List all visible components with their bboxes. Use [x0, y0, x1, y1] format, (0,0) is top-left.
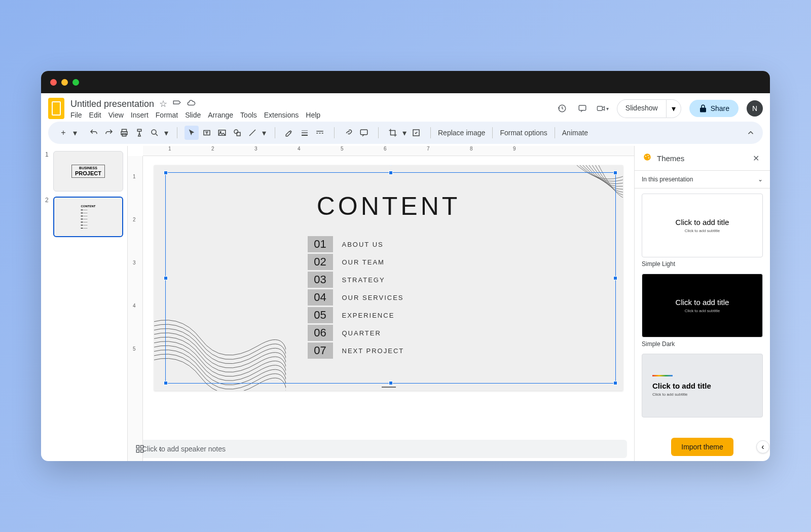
menu-arrange[interactable]: Arrange — [208, 111, 233, 119]
format-options-button[interactable]: Format options — [497, 129, 550, 137]
redo-button[interactable] — [102, 126, 116, 140]
zoom-button[interactable] — [148, 126, 162, 140]
svg-rect-20 — [136, 445, 139, 448]
undo-button[interactable] — [87, 126, 101, 140]
speaker-notes-input[interactable]: Click to add speaker notes — [135, 440, 627, 458]
resize-handle[interactable] — [164, 171, 168, 175]
themes-section-header[interactable]: In this presentation ⌄ — [635, 171, 770, 188]
canvas-area: 123456789 12345 CONTENT 01ABOUT US02OUR … — [127, 146, 634, 461]
border-color-button[interactable] — [282, 126, 297, 140]
collapse-toolbar-button[interactable] — [744, 126, 758, 140]
paint-format-button[interactable] — [132, 126, 146, 140]
textbox-tool[interactable] — [200, 126, 214, 140]
macos-titlebar — [41, 71, 770, 93]
menu-insert[interactable]: Insert — [131, 111, 149, 119]
mask-dropdown[interactable]: ▾ — [401, 126, 408, 140]
slides-logo-icon — [48, 98, 64, 119]
filmstrip-slide[interactable]: 1 BUSINESSPROJECT — [45, 151, 123, 192]
ruler-horizontal: 123456789 — [143, 146, 634, 156]
minimize-window-button[interactable] — [61, 79, 68, 86]
animate-button[interactable]: Animate — [559, 129, 591, 137]
theme-card[interactable]: Click to add titleClick to add subtitleS… — [642, 194, 763, 268]
zoom-dropdown[interactable]: ▾ — [163, 126, 170, 140]
resize-handle[interactable] — [613, 381, 617, 385]
theme-card[interactable]: Click to add titleClick to add subtitle — [642, 354, 763, 417]
selection-box[interactable] — [165, 172, 616, 384]
close-window-button[interactable] — [50, 79, 57, 86]
slide-thumbnail[interactable]: BUSINESSPROJECT — [53, 151, 123, 192]
resize-handle[interactable] — [613, 276, 617, 280]
import-theme-button[interactable]: Import theme — [671, 438, 733, 456]
menu-view[interactable]: View — [108, 111, 124, 119]
explore-button[interactable]: ‹ — [154, 443, 166, 455]
theme-card[interactable]: Click to add titleClick to add subtitleS… — [642, 274, 763, 348]
history-icon[interactable] — [556, 102, 568, 115]
svg-point-9 — [234, 130, 238, 134]
filmstrip: 1 BUSINESSPROJECT 2 CONTENT▬ ——▬ ——▬ ——▬… — [41, 146, 127, 461]
svg-point-26 — [647, 155, 648, 156]
border-weight-button[interactable] — [298, 126, 312, 140]
svg-rect-17 — [322, 133, 323, 134]
menu-slide[interactable]: Slide — [185, 111, 201, 119]
menu-file[interactable]: File — [70, 111, 82, 119]
chevron-down-icon: ⌄ — [758, 176, 763, 183]
filmstrip-slide[interactable]: 2 CONTENT▬ ——▬ ——▬ ——▬ ——▬ ——▬ ——▬ —— — [45, 197, 123, 237]
select-tool[interactable] — [185, 126, 199, 140]
share-button[interactable]: Share — [689, 100, 739, 117]
svg-point-27 — [648, 157, 649, 158]
slideshow-dropdown[interactable]: ▾ — [666, 99, 681, 118]
svg-rect-18 — [360, 130, 367, 135]
resize-handle[interactable] — [164, 276, 168, 280]
image-tool[interactable] — [215, 126, 229, 140]
themes-title: Themes — [657, 154, 745, 163]
line-tool[interactable] — [245, 126, 260, 140]
move-icon[interactable] — [172, 98, 181, 110]
new-slide-dropdown[interactable]: ▾ — [71, 126, 79, 140]
print-button[interactable] — [117, 126, 131, 140]
resize-handle[interactable] — [613, 171, 617, 175]
menubar: File Edit View Insert Format Slide Arran… — [70, 111, 556, 119]
svg-rect-14 — [316, 131, 323, 132]
line-dropdown[interactable]: ▾ — [261, 126, 268, 140]
svg-rect-21 — [141, 445, 143, 448]
resize-handle[interactable] — [164, 381, 168, 385]
slide-number: 2 — [45, 197, 50, 237]
app-header: Untitled presentation ☆ File Edit View I… — [41, 93, 770, 120]
border-dash-button[interactable] — [313, 126, 327, 140]
grid-view-button[interactable] — [134, 443, 146, 455]
themes-palette-icon — [643, 153, 652, 164]
star-icon[interactable]: ☆ — [159, 98, 167, 110]
cloud-status-icon[interactable] — [187, 98, 196, 110]
menu-extensions[interactable]: Extensions — [264, 111, 299, 119]
meet-icon[interactable]: ▾ — [597, 102, 609, 115]
replace-image-button[interactable]: Replace image — [435, 129, 488, 137]
theme-name: Simple Light — [642, 260, 763, 268]
maximize-window-button[interactable] — [72, 79, 79, 86]
slide-thumbnail-selected[interactable]: CONTENT▬ ——▬ ——▬ ——▬ ——▬ ——▬ ——▬ —— — [53, 197, 123, 237]
reset-image-button[interactable] — [409, 126, 423, 140]
close-panel-button[interactable]: ✕ — [750, 152, 762, 164]
slide-canvas[interactable]: CONTENT 01ABOUT US02OUR TEAM03STRATEGY04… — [154, 165, 623, 391]
document-title[interactable]: Untitled presentation — [70, 99, 154, 109]
rotate-handle[interactable] — [389, 165, 392, 166]
menu-format[interactable]: Format — [156, 111, 178, 119]
toolbar: + ▾ ▾ ▾ — [48, 122, 763, 144]
svg-rect-22 — [136, 450, 139, 452]
menu-help[interactable]: Help — [306, 111, 320, 119]
menu-edit[interactable]: Edit — [89, 111, 101, 119]
resize-handle[interactable] — [389, 381, 393, 385]
crop-button[interactable] — [386, 126, 400, 140]
comments-icon[interactable] — [576, 102, 588, 115]
user-avatar[interactable]: N — [747, 100, 763, 117]
shape-tool[interactable] — [230, 126, 244, 140]
svg-point-5 — [152, 130, 156, 134]
side-expand-button[interactable]: ‹ — [756, 440, 769, 453]
resize-handle[interactable] — [389, 171, 393, 175]
slideshow-button[interactable]: Slideshow — [617, 99, 666, 118]
comment-button[interactable] — [357, 126, 371, 140]
share-label: Share — [711, 104, 729, 112]
link-button[interactable] — [342, 126, 356, 140]
svg-rect-16 — [319, 133, 321, 134]
menu-tools[interactable]: Tools — [240, 111, 257, 119]
new-slide-button[interactable]: + — [56, 126, 70, 140]
